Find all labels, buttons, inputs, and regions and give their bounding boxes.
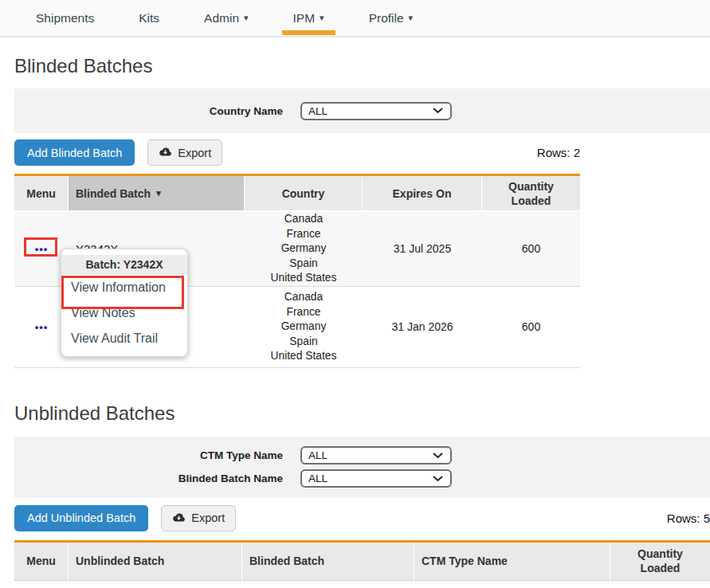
header-label: Quantity Loaded (503, 179, 560, 208)
unblinded-batches-table: Menu Unblinded Batch Blinded Batch CTM T… (14, 540, 710, 581)
header-cell-quantity-loaded: Quantity Loaded (610, 543, 710, 581)
country-cell: Canada France Germany Spain United State… (245, 287, 363, 367)
country-list: Canada France Germany Spain United State… (271, 212, 337, 286)
add-unblinded-batch-button[interactable]: Add Unblinded Batch (14, 505, 148, 531)
caret-down-icon: ▾ (320, 14, 324, 22)
nav-item-kits[interactable]: Kits (139, 0, 159, 36)
export-blinded-button[interactable]: Export (147, 139, 222, 166)
country-name-filter-select[interactable]: ALL (300, 102, 452, 120)
sort-caret-down-icon: ▾ (156, 188, 161, 198)
nav-label: Profile (369, 11, 404, 25)
country-list: Canada France Germany Spain United State… (271, 290, 337, 364)
menu-item-view-notes[interactable]: View Notes (61, 300, 187, 326)
unblinded-batches-title: Unblinded Batches (14, 402, 710, 425)
batch-context-menu: Batch: Y2342X View Information View Note… (61, 249, 188, 357)
export-unblinded-button[interactable]: Export (161, 505, 236, 531)
active-tab-indicator (282, 30, 335, 35)
chevron-down-icon (433, 108, 443, 114)
cloud-download-icon (172, 513, 186, 523)
header-cell-blinded-batch: Blinded Batch (242, 543, 414, 581)
blinded-filter-bar: Country Name ALL (14, 88, 710, 133)
country-cell: Canada France Germany Spain United State… (245, 212, 363, 286)
nav-label: Admin (204, 11, 239, 25)
chevron-down-icon (433, 476, 443, 482)
header-cell-menu: Menu (14, 176, 69, 212)
menu-item-view-audit-trail[interactable]: View Audit Trail (61, 326, 187, 351)
country-name-filter-label: Country Name (14, 105, 283, 117)
blinded-batch-name-filter-label: Blinded Batch Name (14, 472, 283, 484)
blinded-rows-count: Rows: 2 (537, 146, 580, 159)
header-cell-expires-on: Expires On (363, 176, 482, 212)
unblinded-rows-count: Rows: 5 (667, 512, 710, 525)
caret-down-icon: ▾ (409, 14, 414, 22)
nav-item-admin[interactable]: Admin ▾ (204, 0, 248, 36)
top-navigation: Shipments Kits Admin ▾ IPM ▾ Profile ▾ (0, 0, 710, 37)
nav-item-shipments[interactable]: Shipments (36, 0, 94, 36)
header-label: Blinded Batch (76, 187, 151, 200)
blinded-batches-title: Blinded Batches (14, 54, 710, 77)
blinded-table-header-row: Menu Blinded Batch ▾ Country Expires On … (14, 176, 580, 212)
ctm-type-name-filter-label: CTM Type Name (14, 449, 283, 461)
export-label: Export (191, 512, 225, 524)
nav-label: Shipments (36, 11, 94, 25)
export-label: Export (178, 147, 211, 159)
unblinded-table-header-row: Menu Unblinded Batch Blinded Batch CTM T… (14, 543, 710, 581)
row-menu-button[interactable]: ••• (35, 243, 49, 255)
menu-item-view-information[interactable]: View Information (61, 275, 187, 300)
select-value: ALL (308, 105, 433, 117)
expires-on-cell: 31 Jan 2026 (363, 287, 482, 367)
row-menu-button[interactable]: ••• (35, 321, 49, 333)
header-cell-blinded-batch[interactable]: Blinded Batch ▾ (69, 176, 245, 212)
select-value: ALL (308, 449, 433, 461)
nav-item-profile[interactable]: Profile ▾ (369, 0, 413, 36)
select-value: ALL (308, 472, 433, 484)
quantity-loaded-cell: 600 (482, 212, 580, 286)
nav-label: IPM (293, 11, 316, 25)
context-menu-header: Batch: Y2342X (61, 255, 187, 275)
quantity-loaded-cell: 600 (482, 287, 580, 367)
nav-item-ipm[interactable]: IPM ▾ (293, 0, 324, 36)
blinded-batch-name-filter-select[interactable]: ALL (300, 469, 452, 488)
cloud-download-icon (159, 147, 172, 158)
header-cell-quantity-loaded: Quantity Loaded (482, 176, 580, 212)
ctm-type-name-filter-select[interactable]: ALL (300, 446, 452, 465)
caret-down-icon: ▾ (244, 14, 249, 22)
chevron-down-icon (433, 453, 443, 459)
unblinded-filter-bar: CTM Type Name ALL Blinded Batch Name ALL (14, 437, 710, 498)
unblinded-actions-row: Add Unblinded Batch Export Rows: 5 (14, 505, 710, 531)
expires-on-cell: 31 Jul 2025 (363, 212, 482, 286)
nav-label: Kits (139, 11, 159, 25)
header-cell-unblinded-batch: Unblinded Batch (69, 543, 242, 581)
header-cell-ctm-type-name: CTM Type Name (414, 543, 610, 581)
header-cell-country: Country (245, 176, 363, 212)
add-blinded-batch-button[interactable]: Add Blinded Batch (14, 139, 135, 166)
blinded-actions-row: Add Blinded Batch Export Rows: 2 (14, 139, 580, 166)
header-label: Quantity Loaded (632, 547, 689, 575)
header-cell-menu: Menu (14, 543, 69, 581)
